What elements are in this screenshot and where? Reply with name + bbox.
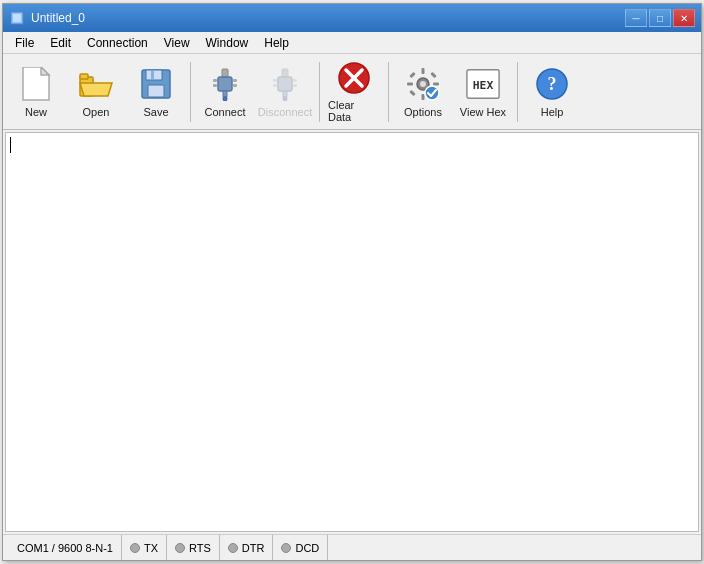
svg-rect-22 xyxy=(273,79,277,82)
svg-rect-33 xyxy=(407,82,413,85)
port-status-text: COM1 / 9600 8-N-1 xyxy=(17,542,113,554)
svg-rect-11 xyxy=(218,77,232,91)
menu-edit[interactable]: Edit xyxy=(42,32,79,53)
menu-window[interactable]: Window xyxy=(198,32,257,53)
viewhex-button[interactable]: HEX View Hex xyxy=(454,60,512,124)
tx-label: TX xyxy=(144,542,158,554)
help-button[interactable]: ? Help xyxy=(523,60,581,124)
menu-connection[interactable]: Connection xyxy=(79,32,156,53)
svg-rect-18 xyxy=(282,69,288,77)
rts-label: RTS xyxy=(189,542,211,554)
svg-rect-25 xyxy=(293,84,297,87)
svg-point-30 xyxy=(420,81,426,87)
svg-rect-35 xyxy=(409,71,415,77)
dcd-label: DCD xyxy=(295,542,319,554)
title-bar: Untitled_0 ─ □ ✕ xyxy=(3,4,701,32)
open-label: Open xyxy=(83,106,110,118)
save-label: Save xyxy=(143,106,168,118)
tx-indicator: TX xyxy=(122,535,167,560)
toolbar-separator-4 xyxy=(517,62,518,122)
svg-rect-14 xyxy=(213,79,217,82)
window-title: Untitled_0 xyxy=(31,11,85,25)
save-button[interactable]: Save xyxy=(127,60,185,124)
svg-point-21 xyxy=(283,97,287,101)
menu-bar: File Edit Connection View Window Help xyxy=(3,32,701,54)
svg-rect-19 xyxy=(278,77,292,91)
rts-led xyxy=(175,543,185,553)
svg-rect-9 xyxy=(151,71,154,79)
text-cursor xyxy=(10,137,11,153)
options-label: Options xyxy=(404,106,442,118)
content-area[interactable] xyxy=(5,132,699,532)
svg-point-13 xyxy=(223,97,227,101)
svg-rect-17 xyxy=(233,84,237,87)
toolbar-separator-2 xyxy=(319,62,320,122)
svg-rect-34 xyxy=(433,82,439,85)
app-icon xyxy=(9,10,25,26)
svg-marker-3 xyxy=(41,67,49,75)
dcd-led xyxy=(281,543,291,553)
menu-file[interactable]: File xyxy=(7,32,42,53)
dtr-led xyxy=(228,543,238,553)
tx-led xyxy=(130,543,140,553)
svg-rect-12 xyxy=(223,91,227,97)
options-icon xyxy=(405,66,441,102)
svg-rect-31 xyxy=(422,68,425,74)
connect-icon xyxy=(207,66,243,102)
connect-button[interactable]: Connect xyxy=(196,60,254,124)
svg-rect-24 xyxy=(273,84,277,87)
help-icon: ? xyxy=(534,66,570,102)
svg-rect-15 xyxy=(233,79,237,82)
toolbar-separator-1 xyxy=(190,62,191,122)
svg-rect-5 xyxy=(80,74,88,79)
dtr-label: DTR xyxy=(242,542,265,554)
minimize-button[interactable]: ─ xyxy=(625,9,647,27)
toolbar-separator-3 xyxy=(388,62,389,122)
help-label: Help xyxy=(541,106,564,118)
new-icon xyxy=(18,66,54,102)
save-icon xyxy=(138,66,174,102)
options-button[interactable]: Options xyxy=(394,60,452,124)
dtr-indicator: DTR xyxy=(220,535,274,560)
viewhex-icon: HEX xyxy=(465,66,501,102)
svg-rect-1 xyxy=(13,14,21,22)
svg-rect-37 xyxy=(409,89,415,95)
title-bar-left: Untitled_0 xyxy=(9,10,85,26)
svg-text:HEX: HEX xyxy=(473,77,494,91)
open-button[interactable]: Open xyxy=(67,60,125,124)
menu-view[interactable]: View xyxy=(156,32,198,53)
svg-rect-16 xyxy=(213,84,217,87)
connect-label: Connect xyxy=(205,106,246,118)
disconnect-label: Disconnect xyxy=(258,106,312,118)
close-button[interactable]: ✕ xyxy=(673,9,695,27)
cleardata-button[interactable]: Clear Data xyxy=(325,60,383,124)
dcd-indicator: DCD xyxy=(273,535,328,560)
svg-rect-20 xyxy=(283,91,287,97)
title-controls: ─ □ ✕ xyxy=(625,9,695,27)
svg-rect-8 xyxy=(148,85,164,97)
menu-help[interactable]: Help xyxy=(256,32,297,53)
svg-rect-23 xyxy=(293,79,297,82)
cleardata-label: Clear Data xyxy=(328,99,380,123)
svg-rect-10 xyxy=(222,69,228,77)
viewhex-label: View Hex xyxy=(460,106,506,118)
open-icon xyxy=(78,66,114,102)
disconnect-icon xyxy=(267,66,303,102)
svg-text:?: ? xyxy=(548,74,557,94)
status-bar: COM1 / 9600 8-N-1 TX RTS DTR DCD xyxy=(3,534,701,560)
maximize-button[interactable]: □ xyxy=(649,9,671,27)
rts-indicator: RTS xyxy=(167,535,220,560)
port-status: COM1 / 9600 8-N-1 xyxy=(9,535,122,560)
svg-rect-36 xyxy=(430,71,436,77)
toolbar: New Open Save xyxy=(3,54,701,130)
disconnect-button[interactable]: Disconnect xyxy=(256,60,314,124)
main-window: Untitled_0 ─ □ ✕ File Edit Connection Vi… xyxy=(2,3,702,561)
cleardata-icon xyxy=(336,61,372,95)
new-button[interactable]: New xyxy=(7,60,65,124)
svg-rect-32 xyxy=(422,94,425,100)
new-label: New xyxy=(25,106,47,118)
